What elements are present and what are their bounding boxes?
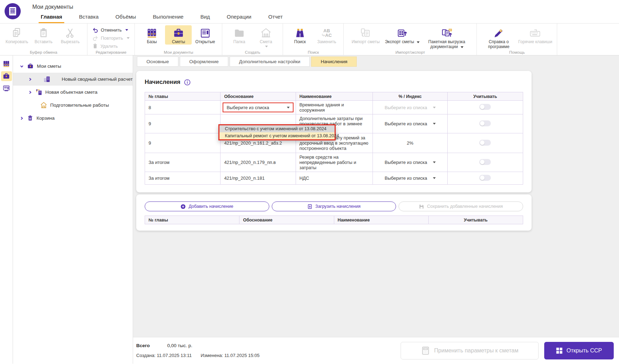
dropdown-option-capital-repair[interactable]: Капитальный ремонт с учетом изменений от… — [219, 132, 335, 139]
menu-tab-home[interactable]: Главная — [32, 11, 71, 23]
hotkeys-button[interactable]: Горячие клавиши — [517, 25, 553, 45]
save-icon — [419, 204, 424, 209]
index-value[interactable]: 2% — [373, 133, 447, 153]
undo-dropdown-caret[interactable] — [125, 29, 128, 31]
include-toggle[interactable] — [479, 104, 491, 110]
table-header-row: № главы Обоснование Наименование % / Инд… — [145, 92, 523, 101]
load-accruals-button[interactable]: Загрузить начисления — [272, 201, 396, 211]
tab-formatting[interactable]: Оформление — [180, 57, 228, 67]
redo-button[interactable]: Повторить — [91, 35, 131, 41]
menu-tab-volumes[interactable]: Объёмы — [107, 11, 145, 23]
open-ssr-button[interactable]: Открыть ССР — [544, 342, 614, 359]
house-icon — [40, 102, 47, 108]
window-header: Мои документы Главная Вставка Объёмы Вып… — [0, 0, 619, 24]
tree-item-object-estimate[interactable]: Новая объектная смета — [13, 86, 133, 99]
table-row: 8 Выберите из списка Временные здания и … — [145, 101, 523, 114]
replace-button[interactable]: AB AC Заменить — [313, 25, 340, 45]
basis-select[interactable]: Выберите из списка — [223, 102, 293, 112]
batch-upload-caret[interactable] — [461, 46, 463, 48]
index-select[interactable]: Выберите из списка — [376, 176, 443, 181]
ribbon: Копировать Вставить Вырезать Буфер обмен… — [0, 24, 619, 55]
calculator-icon — [421, 346, 430, 355]
bases-button[interactable]: Базы — [138, 25, 165, 45]
binoculars-icon — [294, 26, 306, 40]
paste-button[interactable]: Вставить — [30, 25, 57, 45]
index-select[interactable]: Выберите из списка — [376, 160, 443, 165]
batch-upload-button[interactable]: Пакетная выгрузка документации — [420, 25, 473, 49]
grid-icon — [556, 347, 563, 354]
menu-tab-insert[interactable]: Вставка — [71, 11, 107, 23]
search-button[interactable]: Поиск — [287, 25, 313, 45]
chevron-right-icon[interactable] — [28, 90, 33, 94]
tree-item-summary-estimate[interactable]: Новый сводный сметный расчет — [13, 73, 133, 86]
col-chapter: № главы — [145, 92, 220, 101]
export-icon — [396, 26, 408, 40]
folder-create-button[interactable]: Папка — [226, 25, 252, 45]
scissors-icon — [65, 26, 76, 40]
help-button[interactable]: Справка о программе — [480, 25, 517, 49]
estimate-create-caret[interactable] — [265, 46, 268, 47]
rail-bases-button[interactable] — [1, 59, 12, 69]
add-accrual-button[interactable]: Добавить начисление — [145, 201, 269, 211]
export-estimate-button[interactable]: Экспорт сметы — [384, 25, 420, 45]
tree-item-my-estimates[interactable]: Мои сметы — [13, 60, 133, 73]
col-basis: Обоснование — [239, 216, 334, 224]
trash-icon — [92, 43, 98, 49]
folder-icon — [233, 26, 245, 40]
index-select[interactable]: Выберите из списка — [376, 105, 443, 110]
total-amount: Всего 0,00 тыс. р. — [136, 343, 192, 348]
created-date: Создана: 11.07.2025 13:11 — [136, 353, 192, 358]
menu-tab-report[interactable]: Отчет — [260, 11, 291, 23]
dropdown-option-construction[interactable]: Строительство с учетом изменений от 13.0… — [219, 125, 335, 132]
table-header-row: № главы Обоснование Наименование Учитыва… — [145, 216, 523, 224]
save-added-accruals-button[interactable]: Сохранить добавленные начисления — [399, 201, 523, 211]
keyboard-icon — [529, 26, 541, 40]
import-estimate-button[interactable]: Импорт сметы — [347, 25, 384, 45]
tree-item-preparatory-works[interactable]: Подготовительные работы — [13, 99, 133, 112]
col-name: Наименование — [296, 92, 373, 101]
redo-dropdown-caret[interactable] — [127, 37, 130, 39]
export-caret[interactable] — [417, 41, 420, 43]
delete-button[interactable]: Удалить — [91, 43, 131, 49]
cut-button[interactable]: Вырезать — [57, 25, 84, 45]
include-toggle[interactable] — [479, 159, 491, 165]
ribbon-group-help: Справка о программе Горячие клавиши Помо… — [477, 24, 557, 55]
chevron-right-icon[interactable] — [19, 116, 24, 120]
include-toggle[interactable] — [479, 120, 491, 126]
col-name: Наименование — [334, 216, 428, 224]
undo-button[interactable]: Отменить — [91, 27, 131, 33]
estimates-button[interactable]: Сметы — [165, 25, 192, 45]
ribbon-group-clipboard: Копировать Вставить Вырезать Буфер обмен… — [0, 24, 87, 55]
chevron-right-icon[interactable] — [28, 77, 33, 81]
rail-estimates-button[interactable] — [1, 71, 12, 81]
col-index: % / Индекс — [373, 92, 447, 101]
estimate-create-button[interactable]: Смета — [252, 25, 279, 47]
tree-item-trash[interactable]: Корзина — [13, 112, 133, 125]
ribbon-group-label: Мои документы — [135, 50, 222, 54]
modified-date: Изменена: 11.07.2025 15:05 — [201, 353, 260, 358]
menu-tab-view[interactable]: Вид — [192, 11, 218, 23]
include-toggle[interactable] — [479, 140, 491, 146]
chevron-down-icon[interactable] — [19, 64, 24, 68]
rail-open-documents-button[interactable] — [1, 84, 12, 93]
apply-parameters-button[interactable]: Применить параметры к сметам — [401, 342, 539, 359]
table-row: За итогом 421/пр_2020_п.179_пп.в Резерв … — [145, 153, 523, 172]
select-caret-icon — [287, 107, 290, 108]
tab-accruals[interactable]: Начисления — [311, 57, 357, 67]
ribbon-group-label: Буфер обмена — [0, 50, 87, 54]
info-icon[interactable] — [184, 79, 191, 86]
add-accruals-card: Добавить начисление Загрузить начисления… — [136, 194, 532, 231]
tab-additional-settings[interactable]: Дополнительные настройки — [230, 57, 310, 67]
index-select[interactable]: Выберите из списка — [376, 121, 443, 126]
col-include: Учитывать — [428, 216, 523, 224]
menu-tab-execution[interactable]: Выполнение — [144, 11, 192, 23]
opened-button[interactable]: Открытые — [192, 25, 218, 45]
tab-main[interactable]: Основные — [137, 57, 178, 67]
estimate-house-icon — [260, 26, 272, 40]
copy-button[interactable]: Копировать — [4, 25, 30, 45]
window-title: Мои документы — [32, 4, 73, 10]
ribbon-group-label: Импорт/экспорт — [344, 50, 476, 54]
import-icon — [360, 26, 371, 40]
include-toggle[interactable] — [479, 175, 491, 181]
menu-tab-operations[interactable]: Операции — [218, 11, 260, 23]
